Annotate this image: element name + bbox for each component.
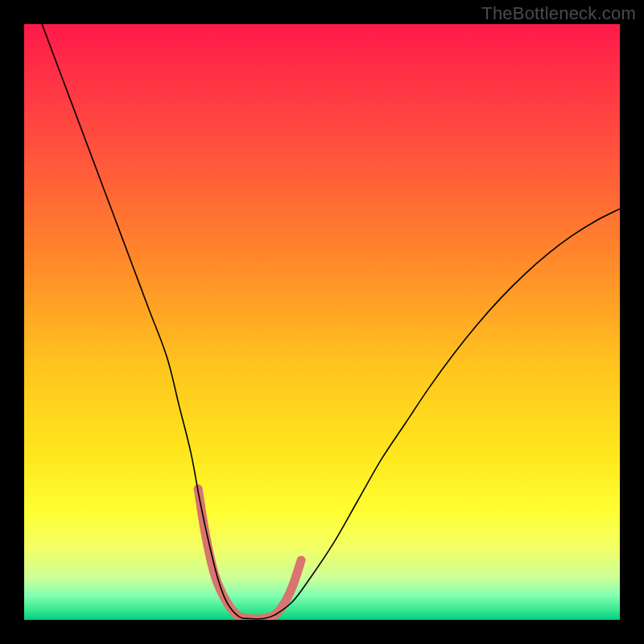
chart-frame: TheBottleneck.com [0, 0, 644, 644]
chart-svg [24, 24, 620, 620]
plot-area [24, 24, 620, 620]
bottleneck-curve [42, 24, 620, 619]
watermark-text: TheBottleneck.com [481, 3, 636, 24]
bottleneck-region-marker [198, 489, 301, 619]
